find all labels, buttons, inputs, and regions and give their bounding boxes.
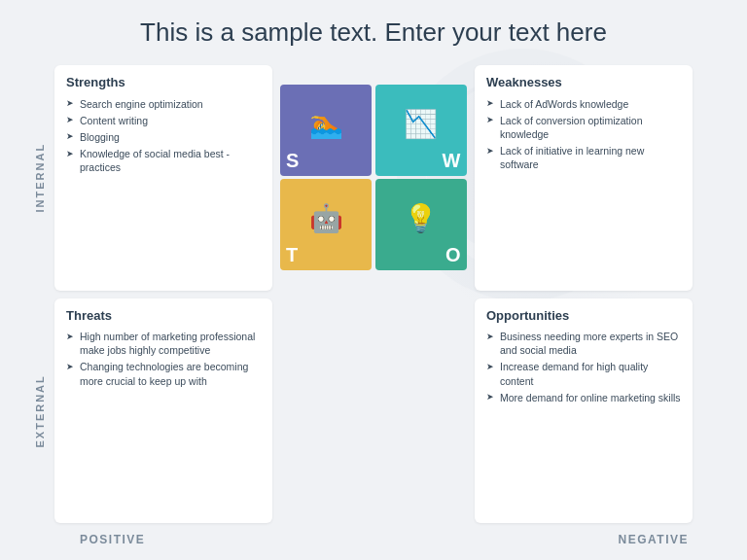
swot-o-cell: 💡 O	[375, 179, 467, 270]
weaknesses-heading: Weaknesses	[486, 75, 681, 89]
opportunities-heading: Opportunities	[486, 308, 681, 323]
list-item: Lack of initiative in learning new softw…	[486, 143, 681, 173]
slide-title: This is a sample text. Enter your text h…	[29, 18, 718, 48]
positive-label: POSITIVE	[80, 533, 145, 546]
bulb-icon: 💡	[404, 202, 438, 234]
internal-label: INTERNAL	[29, 61, 51, 295]
list-item: Increase demand for high quality content	[486, 359, 681, 389]
swot-w-cell: 📉 W	[375, 85, 467, 176]
list-item: More demand for online marketing skills	[486, 389, 681, 405]
bottom-labels: POSITIVE NEGATIVE	[29, 527, 718, 548]
side-labels-col: INTERNAL EXTERNAL	[29, 61, 51, 527]
strengths-box: Strengths Search engine optimization Con…	[54, 65, 272, 291]
list-item: Search engine optimization	[66, 95, 261, 112]
t-label: T	[286, 244, 298, 266]
weaknesses-box: Weaknesses Lack of AdWords knowledge Lac…	[475, 65, 693, 291]
list-item: Knowledge of social media best - practic…	[66, 146, 261, 176]
threats-box: Threats High number of marketing profess…	[54, 298, 272, 524]
main-area: INTERNAL EXTERNAL Strengths Search engin…	[29, 61, 718, 527]
robot-icon: 🤖	[309, 202, 343, 234]
top-row: Strengths Search engine optimization Con…	[51, 61, 696, 295]
strengths-list: Search engine optimization Content writi…	[66, 95, 261, 176]
bottom-row: Threats High number of marketing profess…	[51, 295, 696, 528]
opportunities-box: Opportunities Business needing more expe…	[475, 298, 693, 524]
threats-heading: Threats	[66, 308, 261, 323]
swot-grid: 🏊 S 📉 W 🤖 T 💡	[276, 81, 471, 274]
weaknesses-list: Lack of AdWords knowledge Lack of conver…	[486, 95, 681, 173]
swot-s-cell: 🏊 S	[280, 85, 372, 176]
list-item: Business needing more experts in SEO and…	[486, 329, 681, 359]
list-item: High number of marketing professional ma…	[66, 329, 261, 359]
list-item: Changing technologies are becoming more …	[66, 359, 261, 389]
negative-label: NEGATIVE	[619, 533, 689, 546]
center-spacer	[276, 295, 471, 528]
chart-down-icon: 📉	[404, 108, 438, 140]
strengths-heading: Strengths	[66, 75, 261, 89]
right-spacer	[696, 61, 718, 527]
slide: This is a sample text. Enter your text h…	[0, 0, 747, 560]
content-area: Strengths Search engine optimization Con…	[51, 61, 696, 527]
swot-t-cell: 🤖 T	[280, 179, 372, 270]
list-item: Lack of AdWords knowledge	[486, 95, 681, 112]
list-item: Lack of conversion optimization knowledg…	[486, 112, 681, 142]
s-label: S	[286, 150, 299, 172]
opportunities-list: Business needing more experts in SEO and…	[486, 329, 681, 406]
list-item: Content writing	[66, 112, 261, 128]
threats-list: High number of marketing professional ma…	[66, 329, 261, 390]
w-label: W	[443, 150, 461, 172]
external-label: EXTERNAL	[29, 295, 51, 528]
o-label: O	[445, 244, 461, 266]
swim-icon: 🏊	[309, 108, 343, 140]
list-item: Blogging	[66, 128, 261, 145]
